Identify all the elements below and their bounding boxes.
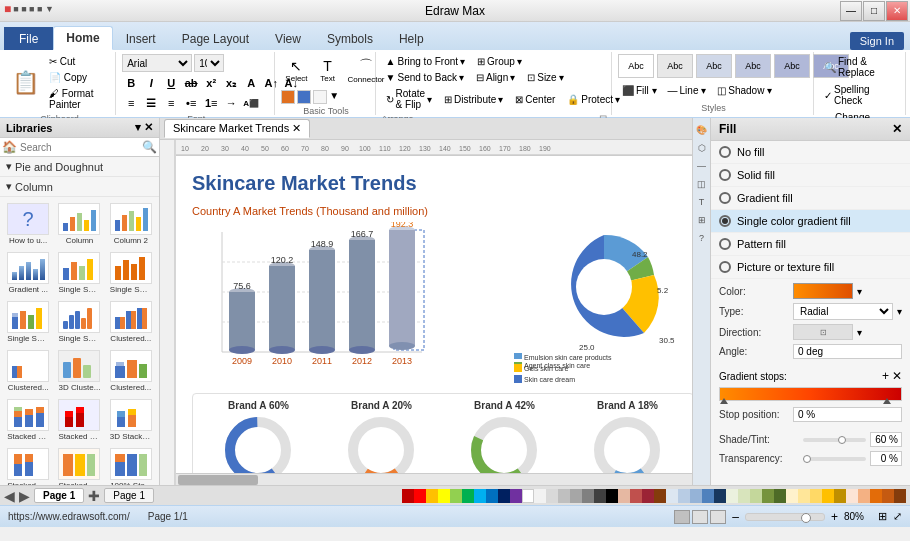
transparency-thumb[interactable] [803,455,811,463]
color-cell[interactable] [870,489,882,503]
page-tab-1[interactable]: Page 1 [34,488,84,503]
list-item[interactable]: Clustered... [4,348,52,394]
list-item[interactable]: 3D Stacke... [107,397,155,443]
color-cell[interactable] [594,489,606,503]
color-cell[interactable] [822,489,834,503]
horizontal-scrollbar[interactable] [176,473,698,485]
stop-position-input[interactable] [793,407,902,422]
color-cell[interactable] [882,489,894,503]
picture-texture-fill-radio[interactable] [719,261,731,273]
color-cell[interactable] [726,489,738,503]
close-button[interactable]: ✕ [886,1,908,21]
text-format-icon[interactable]: T [694,194,710,210]
color-cell[interactable] [402,489,414,503]
page-tab-display[interactable]: Page 1 [104,488,154,503]
color-cell[interactable] [690,489,702,503]
bold-button[interactable]: B [122,74,140,92]
color-cell[interactable] [834,489,846,503]
color-cell[interactable] [702,489,714,503]
library-home-icon[interactable]: 🏠 [2,140,17,154]
bullets-button[interactable]: •≡ [182,94,200,112]
list-item[interactable]: Gradient ... [4,250,52,296]
align-center-button[interactable]: ☰ [142,94,160,112]
color-cell[interactable] [678,489,690,503]
find-replace-button[interactable]: 🔍 Find & Replace [820,54,901,80]
tab-page-layout[interactable]: Page Layout [169,27,262,50]
list-item[interactable]: Clustered... [107,348,155,394]
list-item[interactable]: Column 2 [107,201,155,247]
color-cell[interactable] [426,489,438,503]
canvas-tab-skincare[interactable]: Skincare Market Trends ✕ [164,119,310,138]
remove-stop-button[interactable]: ✕ [892,369,902,383]
cut-button[interactable]: ✂ Cut [45,54,111,69]
list-item[interactable]: 3D Cluste... [55,348,103,394]
shade-tint-slider[interactable] [803,438,866,442]
fill-option-solid[interactable]: Solid fill [711,164,910,187]
transparency-slider[interactable] [803,457,866,461]
list-item[interactable]: Clustered... [107,299,155,345]
style-btn-3[interactable]: Abc [696,54,732,78]
color-cell[interactable] [498,489,510,503]
fill-button[interactable]: ⬛ Fill ▾ [618,83,661,98]
fill-option-picture-texture[interactable]: Picture or texture fill [711,256,910,279]
color-cell[interactable] [786,489,798,503]
tab-symbols[interactable]: Symbols [314,27,386,50]
direction-selector[interactable]: ⊡ [793,324,853,340]
tab-view[interactable]: View [262,27,314,50]
color-cell[interactable] [642,489,654,503]
window-controls[interactable]: — □ ✕ [840,1,908,21]
color-cell[interactable] [438,489,450,503]
shape-icon[interactable]: ⬡ [694,140,710,156]
list-item[interactable]: Stacked C... [55,446,103,485]
view-mode-2[interactable] [692,510,708,524]
color-cell[interactable] [858,489,870,503]
underline-button[interactable]: U [162,74,180,92]
strikethrough-button[interactable]: ab [182,74,200,92]
shade-tint-value[interactable] [870,432,902,447]
color-cell[interactable] [534,489,546,503]
subscript-button[interactable]: x₂ [222,74,240,92]
copy-button[interactable]: 📄 Copy [45,70,111,85]
color-cell[interactable] [654,489,666,503]
color-cell[interactable] [510,489,522,503]
italic-button[interactable]: I [142,74,160,92]
format-painter-button[interactable]: 🖌 Format Painter [45,86,111,112]
spelling-check-button[interactable]: ✓ Spelling Check [820,82,901,108]
superscript-button[interactable]: x² [202,74,220,92]
view-mode-1[interactable] [674,510,690,524]
color-cell[interactable] [462,489,474,503]
style-btn-4[interactable]: Abc [735,54,771,78]
fill-panel-close-button[interactable]: ✕ [892,122,902,136]
add-page-icon[interactable]: ✚ [88,488,100,504]
line-button[interactable]: — Line ▾ [664,83,711,98]
text-button[interactable]: TText [314,54,342,87]
sign-in-button[interactable]: Sign In [850,32,904,50]
color-cell[interactable] [414,489,426,503]
color-swatch-1[interactable] [281,90,295,104]
fill-option-single-color-gradient[interactable]: Single color gradient fill [711,210,910,233]
maximize-button[interactable]: □ [863,1,885,21]
list-item[interactable]: ? How to u... [4,201,52,247]
list-item[interactable]: Stacked C... [55,397,103,443]
library-category-pie[interactable]: ▾Pie and Doughnut [0,157,159,177]
zoom-thumb[interactable] [801,513,811,523]
center-button[interactable]: ⊠ Center [511,86,559,112]
canvas-document[interactable]: Skincare Market Trends Country A Market … [176,156,710,485]
color-cell[interactable] [570,489,582,503]
zoom-in-button[interactable]: + [831,510,838,524]
font-highlight-button[interactable]: A⬛ [242,94,260,112]
distribute-button[interactable]: ⊞ Distribute ▾ [440,86,507,112]
more-colors-button[interactable]: ▼ [329,90,339,104]
size-button[interactable]: ⊡ Size ▾ [523,70,567,85]
next-page-button[interactable]: ▶ [19,488,30,504]
color-cell[interactable] [666,489,678,503]
no-fill-radio[interactable] [719,146,731,158]
fullscreen-button[interactable]: ⤢ [893,510,902,523]
list-item[interactable]: Single Ser... [4,299,52,345]
list-item[interactable]: 100% Sta... [107,446,155,485]
color-cell[interactable] [714,489,726,503]
gradient-bar[interactable] [719,387,902,401]
transparency-value[interactable] [870,451,902,466]
tab-help[interactable]: Help [386,27,437,50]
numbering-button[interactable]: 1≡ [202,94,220,112]
